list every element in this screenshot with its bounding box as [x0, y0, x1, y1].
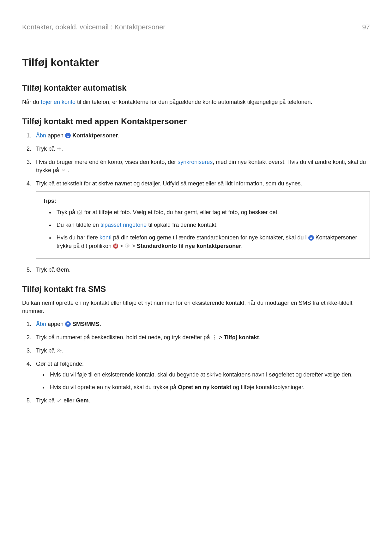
check-icon: [56, 398, 62, 403]
tip-custom-ringtone: Du kan tildele en tilpasset ringetone ti…: [55, 221, 363, 229]
person-add-icon: [56, 348, 62, 353]
text: Hvis du vil oprette en ny kontakt, skal …: [50, 384, 178, 390]
text: Tryk på et tekstfelt for at skrive navne…: [36, 180, 302, 187]
step-tap-add-person: Tryk på .: [33, 346, 370, 355]
contacts-app-icon: [65, 133, 71, 138]
text: appen: [46, 132, 65, 139]
step-enter-details: Tryk på et tekstfelt for at skrive navne…: [33, 179, 370, 259]
svg-point-7: [311, 237, 311, 238]
text: .: [66, 167, 69, 173]
header-divider: [22, 42, 370, 42]
text: Tryk på: [36, 347, 56, 354]
para-add-auto: Når du føjer en konto til din telefon, e…: [22, 98, 370, 106]
step-tap-plus: Tryk på .: [33, 145, 370, 153]
tip-add-photo: Tryk på for at tilføje et foto. Vælg et …: [55, 208, 363, 216]
step-choose-mode: Gør ét af følgende: Hvis du vil føje til…: [33, 360, 370, 391]
svg-point-0: [67, 135, 68, 135]
text: Tryk på: [57, 209, 77, 215]
option-existing-contact: Hvis du vil føje til en eksisterende kon…: [48, 370, 370, 379]
heading-add-auto: Tilføj kontakter automatisk: [22, 82, 370, 94]
text: .: [259, 334, 261, 340]
text: og tilføje kontaktoplysninger.: [231, 384, 305, 390]
messages-app-icon: [65, 321, 71, 327]
app-name-sms: SMS/MMS: [72, 321, 100, 327]
text: .: [62, 347, 63, 354]
text: til opkald fra denne kontakt.: [147, 222, 218, 228]
text: Hvis du bruger mere end én konto, vises …: [36, 159, 178, 165]
profile-avatar-icon: M: [113, 244, 118, 249]
step-confirm-save: Tryk på eller Gem.: [33, 396, 370, 405]
step-choose-sync-account: Hvis du bruger mere end én konto, vises …: [33, 158, 370, 174]
heading-add-from-sms: Tilføj kontakt fra SMS: [22, 283, 370, 295]
app-name-contacts: Kontaktpersoner: [72, 132, 118, 139]
svg-point-10: [214, 337, 215, 338]
text: Gør ét af følgende:: [36, 361, 84, 367]
heading-add-via-app: Tilføj kontakt med appen Kontaktpersoner: [22, 116, 370, 128]
text: på din telefon og gerne til ændre standa…: [112, 234, 308, 241]
step-longpress-number: Tryk på nummeret på beskedlisten, hold d…: [33, 333, 370, 341]
text: Tryk på nummeret på beskedlisten, hold d…: [36, 334, 212, 340]
bold-save: Gem: [76, 397, 88, 404]
para-add-from-sms: Du kan nemt oprette en ny kontakt eller …: [22, 299, 370, 315]
gear-icon: [125, 243, 130, 249]
text: eller: [62, 397, 76, 404]
link-custom-ringtone[interactable]: tilpasset ringetone: [100, 222, 147, 228]
steps-add-from-sms: Åbn appen SMS/MMS. Tryk på nummeret på b…: [22, 320, 370, 405]
bold-default-account: Standardkonto til nye kontaktpersoner: [137, 243, 241, 249]
text: .: [100, 321, 101, 327]
text: .: [62, 146, 63, 152]
plus-icon: [56, 146, 62, 152]
text: >: [217, 334, 224, 340]
option-new-contact: Hvis du vil oprette en ny kontakt, skal …: [48, 383, 370, 391]
breadcrumb: Kontakter, opkald, voicemail : Kontaktpe…: [22, 22, 166, 32]
link-accounts[interactable]: konti: [100, 234, 112, 241]
text: Tryk på: [36, 267, 56, 273]
link-open[interactable]: Åbn: [36, 132, 46, 139]
bold-create-new-contact: Opret en ny kontakt: [178, 384, 231, 390]
text: Når du: [22, 99, 41, 105]
contacts-app-icon: [308, 235, 314, 241]
tip-default-account: Hvis du har flere konti på din telefon o…: [55, 233, 363, 250]
step-open-sms-app: Åbn appen SMS/MMS.: [33, 320, 370, 328]
text: Du kan tildele en: [57, 222, 100, 228]
text: Hvis du har flere: [57, 234, 100, 241]
text: .: [88, 397, 90, 404]
link-sync[interactable]: synkroniseres: [178, 159, 213, 165]
text: appen: [46, 321, 65, 327]
text: .: [118, 132, 119, 139]
step-save: Tryk på Gem.: [33, 266, 370, 274]
more-vert-icon: [212, 334, 217, 340]
step-open-contacts-app: Åbn appen Kontaktpersoner.: [33, 131, 370, 140]
text: Tryk på: [36, 146, 56, 152]
page-header: Kontakter, opkald, voicemail : Kontaktpe…: [22, 22, 370, 32]
bold-save: Gem: [56, 267, 69, 273]
steps-add-via-app: Åbn appen Kontaktpersoner. Tryk på . Hvi…: [22, 131, 370, 274]
svg-point-12: [58, 349, 59, 350]
page-number: 97: [362, 22, 370, 32]
text: >: [130, 243, 137, 249]
page-title: Tilføj kontakter: [22, 55, 370, 70]
text: >: [118, 243, 125, 249]
text: .: [241, 243, 243, 249]
tips-list: Tryk på for at tilføje et foto. Vælg et …: [43, 208, 363, 250]
svg-rect-3: [78, 211, 82, 214]
svg-point-9: [214, 335, 215, 336]
link-open[interactable]: Åbn: [36, 321, 46, 327]
camera-add-icon: [77, 209, 82, 215]
choose-mode-list: Hvis du vil føje til en eksisterende kon…: [36, 370, 370, 391]
tips-title: Tips:: [43, 197, 363, 205]
text: til din telefon, er kontakterne for den …: [75, 99, 312, 105]
svg-point-8: [127, 245, 128, 247]
text: .: [69, 267, 70, 273]
link-add-account[interactable]: føjer en konto: [41, 99, 75, 105]
bold-add-contact: Tilføj kontakt: [224, 334, 259, 340]
text: for at tilføje et foto. Vælg et foto, du…: [84, 209, 279, 215]
chevron-down-icon: [61, 167, 66, 173]
text: Tryk på: [36, 397, 56, 404]
svg-point-4: [79, 212, 81, 214]
svg-point-11: [214, 339, 215, 340]
tips-box: Tips: Tryk på for at tilføje et foto. Væ…: [36, 191, 370, 258]
